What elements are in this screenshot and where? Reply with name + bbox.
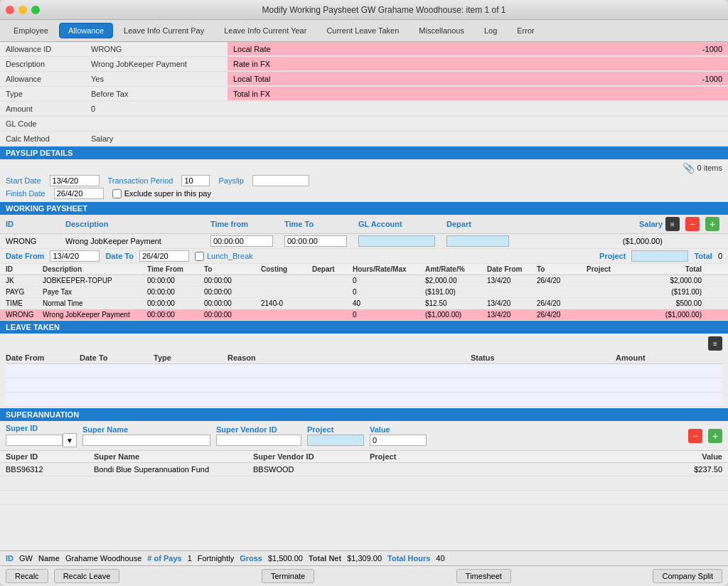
wp-add-button[interactable]: + (705, 217, 719, 231)
wp-main-time-to[interactable] (284, 235, 347, 247)
maximize-button[interactable] (31, 6, 40, 14)
super-empty-row-1 (0, 476, 728, 491)
type-value: Before Tax (85, 87, 228, 101)
allowance-value: Yes (85, 72, 228, 86)
wp-main-time-from[interactable] (210, 235, 273, 247)
sub-col-date-to: To (537, 265, 585, 273)
super-col-name: Super Name (94, 452, 250, 461)
footer-frequency: Fortnightly (198, 554, 234, 563)
wp-date-to-label[interactable]: Date To (105, 252, 134, 260)
leave-col-type: Type (154, 353, 225, 362)
leave-empty-row-1 (6, 364, 722, 378)
total-in-fx-label: Total in FX (228, 87, 313, 101)
wp-main-id: WRONG (6, 237, 63, 245)
transaction-period-label[interactable]: Transaction Period (108, 176, 173, 185)
super-project-label[interactable]: Project (307, 425, 364, 434)
wp-data-row-wrong: WRONG Wrong JobKeeper Payment 00:00:00 0… (0, 309, 728, 321)
superannuation-section: Super ID ▼ Super Name Super Vendor ID Pr… (0, 421, 728, 505)
terminate-button[interactable]: Terminate (262, 569, 314, 583)
tab-log[interactable]: Log (475, 23, 506, 38)
tab-miscellanous[interactable]: Miscellanous (410, 23, 473, 38)
leave-col-date-to: Date To (80, 353, 151, 362)
tab-leave-info-current-year[interactable]: Leave Info Current Year (215, 23, 316, 38)
wp-main-depart[interactable] (446, 235, 509, 247)
super-vendor-id-label[interactable]: Super Vendor ID (216, 425, 301, 434)
super-vendor-id-input[interactable] (216, 435, 301, 446)
wp-total-value: 0 (718, 252, 722, 260)
super-col-vendor: Super Vendor ID (253, 452, 367, 461)
exclude-super-checkbox[interactable] (112, 189, 122, 198)
working-paysheet-title: WORKING PAYSHEET (6, 204, 87, 213)
footer-name-value: Grahame Woodhouse (65, 554, 141, 563)
wp-menu-button[interactable]: ≡ (665, 217, 680, 231)
wp-date-from-label[interactable]: Date From (6, 252, 44, 260)
footer-gross-value: $1,500.00 (268, 554, 303, 563)
wp-total-label: Total (694, 252, 712, 260)
tab-error[interactable]: Error (508, 23, 543, 38)
super-id-input[interactable] (6, 435, 63, 446)
wp-data-row-time: TIME Normal Time 00:00:00 00:00:00 2140-… (0, 298, 728, 309)
wp-date-from-input[interactable] (50, 250, 100, 262)
leave-menu-button[interactable]: ≡ (708, 336, 722, 351)
transaction-period-input[interactable] (181, 175, 210, 186)
finish-date-label[interactable]: Finish Date (6, 189, 46, 198)
amount-value: 0 (85, 102, 228, 116)
wp-project-input[interactable] (631, 250, 688, 262)
tab-leave-info-current-pay[interactable]: Leave Info Current Pay (114, 23, 213, 38)
superannuation-title: SUPERANNUATION (6, 410, 79, 419)
wp-col-time-to[interactable]: Time To (284, 220, 355, 228)
finish-date-input[interactable] (54, 188, 104, 199)
tab-employee[interactable]: Employee (4, 23, 58, 38)
super-col-id: Super ID (6, 452, 91, 461)
wp-date-to-input[interactable] (139, 250, 189, 262)
super-add-button[interactable]: + (708, 429, 722, 443)
start-date-input[interactable] (50, 175, 100, 186)
description-value: Wrong JobKeeper Payment (85, 57, 228, 71)
super-remove-button[interactable]: − (688, 429, 702, 443)
start-date-label[interactable]: Start Date (6, 176, 41, 185)
description-label: Description (0, 57, 85, 71)
recalc-leave-button[interactable]: Recalc Leave (54, 569, 120, 583)
super-value-input[interactable] (370, 435, 427, 446)
local-total-label: Local Total (228, 72, 313, 86)
payslip-input[interactable] (252, 175, 309, 186)
footer-pays-label: # of Pays (147, 554, 181, 563)
lunch-break-checkbox[interactable] (195, 252, 204, 261)
footer-total-hours-label: Total Hours (387, 554, 430, 563)
super-value-label[interactable]: Value (370, 425, 427, 434)
wp-main-gl[interactable] (358, 235, 435, 247)
payslip-label[interactable]: Payslip (218, 176, 243, 185)
working-paysheet-section: ID Description Time from Time To GL Acco… (0, 215, 728, 321)
footer-total-net-label: Total Net (309, 554, 341, 563)
tab-allowance[interactable]: Allowance (59, 23, 113, 38)
recalc-button[interactable]: Recalc (6, 569, 48, 583)
super-name-input[interactable] (82, 435, 210, 446)
close-button[interactable] (6, 6, 14, 14)
wp-col-id[interactable]: ID (6, 220, 63, 228)
footer-id-value: GW (19, 554, 33, 563)
timesheet-button[interactable]: Timesheet (456, 569, 511, 583)
window-title: Modify Working Paysheet GW Grahame Woodh… (46, 5, 722, 15)
super-name-label[interactable]: Super Name (82, 425, 210, 434)
gl-code-label: GL Code (0, 117, 85, 131)
super-col-value: Value (486, 452, 722, 461)
super-id-label[interactable]: Super ID (6, 424, 77, 432)
super-id-dropdown[interactable]: ▼ (63, 433, 77, 447)
leave-taken-title: LEAVE TAKEN (6, 323, 60, 331)
tab-current-leave-taken[interactable]: Current Leave Taken (317, 23, 408, 38)
rate-in-fx-label: Rate in FX (228, 57, 313, 71)
super-project-input[interactable] (307, 435, 364, 446)
allowance-label: Allowance (0, 72, 85, 86)
sub-col-date-from: Date From (487, 265, 535, 273)
company-split-button[interactable]: Company Split (653, 569, 722, 583)
wp-remove-button[interactable]: − (685, 217, 700, 231)
footer-gross-label: Gross (240, 554, 262, 563)
wp-col-salary: Salary (520, 220, 663, 228)
sub-col-costing: Costing (261, 265, 311, 273)
wp-col-time-from[interactable]: Time from (210, 220, 282, 228)
local-rate-label: Local Rate (228, 42, 313, 56)
minimize-button[interactable] (18, 6, 27, 14)
sub-col-hours: Hours/Rate/Max (353, 265, 424, 273)
type-label: Type (0, 87, 85, 101)
wp-data-row-payg: PAYG Paye Tax 00:00:00 00:00:00 0 ($191.… (0, 287, 728, 298)
